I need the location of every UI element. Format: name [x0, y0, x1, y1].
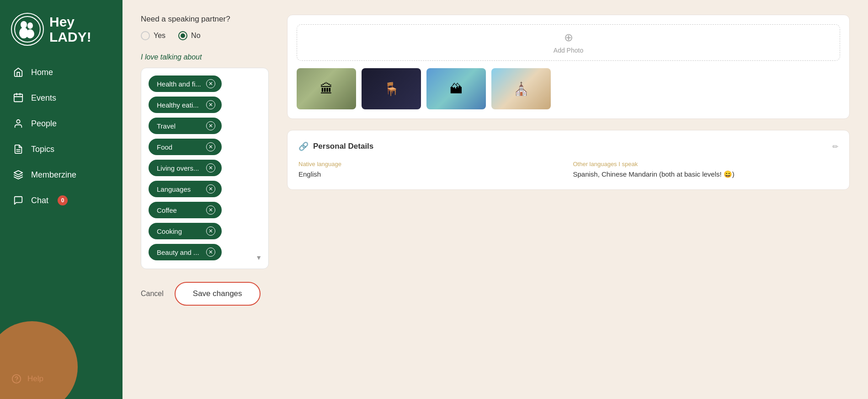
sidebar-item-label: Topics — [31, 145, 54, 154]
topic-tag-label: Health and fi... — [157, 80, 201, 88]
people-icon — [13, 118, 24, 129]
remove-tag-languages[interactable]: ✕ — [206, 184, 215, 194]
topic-tag-label: Cooking — [157, 227, 182, 235]
topic-tag-beauty[interactable]: Beauty and ... ✕ — [149, 244, 222, 260]
remove-tag-food[interactable]: ✕ — [206, 142, 215, 151]
photo-grid — [297, 68, 840, 109]
bottom-actions: Cancel Save changes — [141, 282, 269, 306]
other-languages-value: Spanish, Chinese Mandarin (both at basic… — [573, 170, 839, 178]
svg-point-0 — [15, 16, 40, 42]
logo-text: Hey LADY! — [49, 14, 91, 44]
remove-tag-living-overseas[interactable]: ✕ — [206, 163, 215, 173]
topic-tag-food[interactable]: Food ✕ — [149, 139, 222, 155]
topic-tag-label: Living overs... — [157, 164, 199, 172]
svg-point-9 — [16, 120, 20, 123]
events-icon — [13, 92, 24, 103]
sidebar-item-label: Chat — [31, 196, 48, 205]
topic-tag-label: Beauty and ... — [157, 248, 199, 256]
photo-thumbnail-2[interactable] — [362, 68, 421, 109]
logo-icon — [11, 13, 44, 46]
radio-no[interactable]: No — [178, 31, 200, 40]
speaking-partner-section: Need a speaking partner? Yes No — [141, 15, 269, 40]
other-languages-item: Other languages I speak Spanish, Chinese… — [573, 161, 839, 178]
svg-point-1 — [21, 21, 27, 28]
sidebar-item-chat[interactable]: Chat 0 — [5, 189, 117, 212]
remove-tag-healthy-eating[interactable]: ✕ — [206, 100, 215, 109]
svg-point-3 — [27, 22, 33, 29]
sidebar-item-memberzine[interactable]: Memberzine — [5, 163, 117, 187]
cancel-button[interactable]: Cancel — [141, 290, 164, 298]
svg-point-4 — [26, 29, 34, 38]
topic-tag-healthy-eating[interactable]: Healthy eati... ✕ — [149, 97, 222, 113]
sidebar-item-label: Memberzine — [31, 170, 76, 180]
edit-icon[interactable]: ✏ — [832, 142, 838, 151]
chat-badge: 0 — [58, 195, 68, 205]
save-changes-button[interactable]: Save changes — [175, 282, 261, 306]
photo-thumbnail-4[interactable] — [491, 68, 551, 109]
topic-tag-languages[interactable]: Languages ✕ — [149, 181, 222, 197]
topics-icon — [13, 144, 24, 155]
photo-upload-area: ⊕ Add Photo — [287, 15, 850, 119]
add-photo-icon: ⊕ — [564, 31, 573, 44]
card-header-left: 🔗 Personal Details — [298, 141, 373, 151]
personal-details-card: 🔗 Personal Details ✏ Native language Eng… — [287, 130, 850, 190]
sidebar-item-topics[interactable]: Topics — [5, 137, 117, 161]
right-panel: ⊕ Add Photo 🔗 Personal Details ✏ Nati — [287, 15, 850, 384]
remove-tag-cooking[interactable]: ✕ — [206, 226, 215, 236]
photo-thumbnail-3[interactable] — [426, 68, 486, 109]
photo-thumbnail-1[interactable] — [297, 68, 356, 109]
add-photo-box[interactable]: ⊕ Add Photo — [297, 24, 840, 61]
card-header: 🔗 Personal Details ✏ — [298, 141, 838, 151]
remove-tag-coffee[interactable]: ✕ — [206, 205, 215, 215]
logo-area: Hey LADY! — [0, 0, 122, 60]
home-icon — [13, 67, 24, 78]
topic-tag-living-overseas[interactable]: Living overs... ✕ — [149, 160, 222, 176]
radio-yes[interactable]: Yes — [141, 31, 165, 40]
topic-tag-cooking[interactable]: Cooking ✕ — [149, 223, 222, 239]
topic-tag-label: Food — [157, 143, 172, 151]
topic-tag-label: Travel — [157, 122, 176, 130]
personal-details-title: Personal Details — [313, 142, 373, 151]
sidebar: Hey LADY! Home Events — [0, 0, 122, 399]
topic-tag-travel[interactable]: Travel ✕ — [149, 118, 222, 134]
add-photo-label: Add Photo — [554, 47, 583, 54]
topic-tag-label: Coffee — [157, 206, 177, 214]
remove-tag-travel[interactable]: ✕ — [206, 121, 215, 130]
topic-tag-label: Languages — [157, 185, 191, 193]
main-nav: Home Events People — [0, 60, 122, 364]
native-language-value: English — [298, 170, 564, 178]
sidebar-item-label: Events — [31, 93, 56, 103]
link-icon: 🔗 — [298, 141, 309, 151]
radio-no-label: No — [191, 32, 200, 40]
native-language-label: Native language — [298, 161, 564, 167]
sidebar-item-people[interactable]: People — [5, 112, 117, 135]
speaking-partner-label: Need a speaking partner? — [141, 15, 269, 24]
left-panel: Need a speaking partner? Yes No I love t… — [141, 15, 287, 384]
radio-no-circle — [178, 31, 187, 40]
topic-tags-list: Health and fi... ✕ Healthy eati... ✕ Tra… — [149, 75, 261, 260]
main-content: Need a speaking partner? Yes No I love t… — [122, 0, 868, 399]
sidebar-item-label: People — [31, 119, 57, 129]
topic-tag-health[interactable]: Health and fi... ✕ — [149, 75, 222, 92]
dropdown-arrow-icon[interactable]: ▼ — [256, 254, 262, 261]
sidebar-item-events[interactable]: Events — [5, 86, 117, 110]
remove-tag-beauty[interactable]: ✕ — [206, 248, 215, 257]
details-grid: Native language English Other languages … — [298, 161, 838, 178]
topics-label: I love talking about — [141, 53, 269, 61]
radio-yes-circle — [141, 31, 150, 40]
native-language-item: Native language English — [298, 161, 564, 178]
topic-tag-label: Healthy eati... — [157, 101, 199, 109]
sidebar-item-home[interactable]: Home — [5, 60, 117, 84]
chat-icon — [13, 195, 24, 206]
topic-tag-coffee[interactable]: Coffee ✕ — [149, 202, 222, 218]
remove-tag-health[interactable]: ✕ — [206, 79, 215, 88]
radio-yes-label: Yes — [154, 32, 165, 40]
sidebar-item-label: Home — [31, 68, 53, 77]
topics-container: Health and fi... ✕ Healthy eati... ✕ Tra… — [141, 68, 269, 269]
svg-rect-5 — [14, 94, 22, 102]
memberzine-icon — [13, 169, 24, 180]
radio-group: Yes No — [141, 31, 269, 40]
other-languages-label: Other languages I speak — [573, 161, 839, 167]
